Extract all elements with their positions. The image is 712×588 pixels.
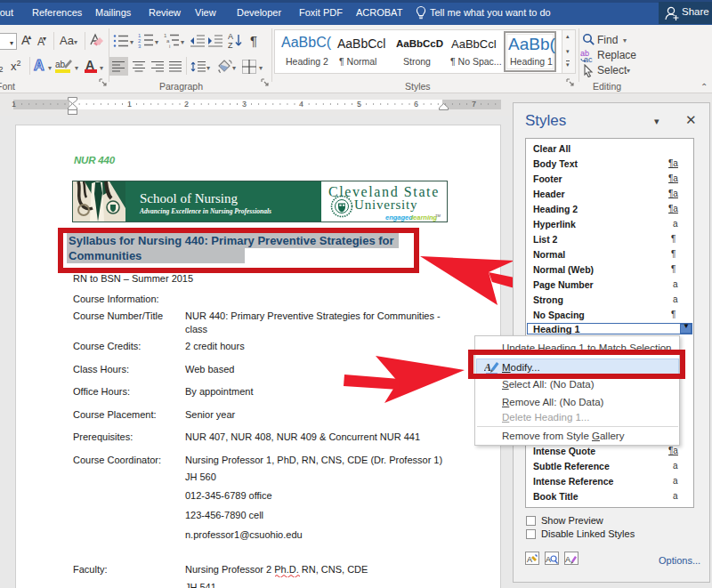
svg-text:engaged: engaged [385, 213, 413, 222]
svg-text:Z: Z [228, 41, 233, 49]
svg-text:A: A [228, 32, 233, 41]
svg-text:i: i [169, 44, 170, 48]
svg-text:A: A [527, 555, 532, 564]
svg-text:Advancing Excellence in Nursin: Advancing Excellence in Nursing Professi… [139, 207, 271, 215]
svg-text:3: 3 [138, 44, 142, 48]
svg-text:learning: learning [411, 213, 438, 222]
svg-text:School of Nursing: School of Nursing [140, 191, 238, 205]
svg-text:TM: TM [435, 213, 441, 218]
svg-text:University: University [354, 197, 417, 212]
svg-text:A: A [546, 555, 551, 564]
svg-text:ab: ab [55, 60, 66, 69]
svg-text:A: A [565, 555, 570, 564]
